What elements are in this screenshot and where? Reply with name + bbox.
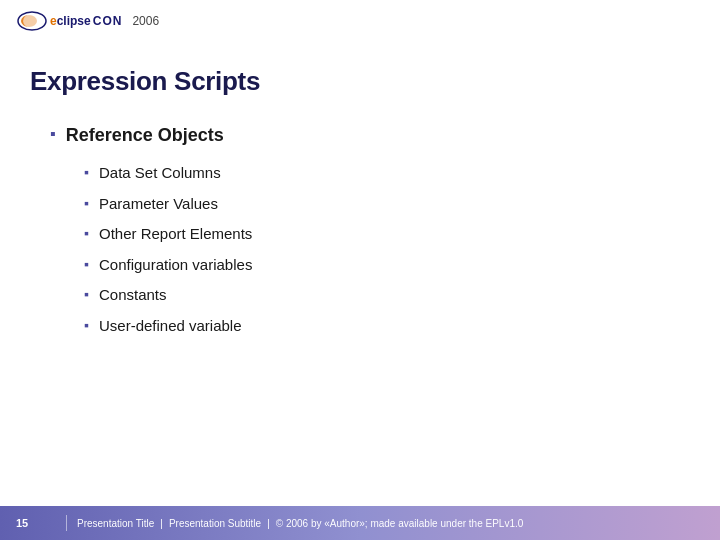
svg-point-2 — [23, 14, 41, 28]
footer-sep1: | — [160, 518, 163, 529]
bullet-marker-l2-1: ▪ — [84, 162, 89, 183]
logo-year: 2006 — [132, 14, 159, 28]
sub-bullets-list: ▪ Data Set Columns ▪ Parameter Values ▪ … — [30, 162, 680, 337]
bullet-marker-l2-2: ▪ — [84, 193, 89, 214]
bullet-text-parameters: Parameter Values — [99, 193, 218, 216]
list-item: ▪ Parameter Values — [84, 193, 680, 216]
footer: 15 Presentation Title | Presentation Sub… — [0, 506, 720, 540]
footer-presentation-title: Presentation Title — [77, 518, 154, 529]
bullet-level1-reference-objects: ▪ Reference Objects — [30, 123, 680, 148]
bullet-marker-l1: ▪ — [50, 123, 56, 145]
header: eclipse CON 2006 — [0, 0, 720, 42]
logo-wordmark: eclipse — [50, 14, 91, 28]
bullet-marker-l2-4: ▪ — [84, 254, 89, 275]
list-item: ▪ Other Report Elements — [84, 223, 680, 246]
slide-content: Expression Scripts ▪ Reference Objects ▪… — [0, 42, 720, 365]
list-item: ▪ Data Set Columns — [84, 162, 680, 185]
footer-text: Presentation Title | Presentation Subtit… — [77, 518, 523, 529]
bullet-text-reference-objects: Reference Objects — [66, 123, 224, 148]
footer-divider-1 — [66, 515, 67, 531]
footer-sep2: | — [267, 518, 270, 529]
footer-copyright: © 2006 by «Author»; made available under… — [276, 518, 524, 529]
bullet-text-constants: Constants — [99, 284, 167, 307]
list-item: ▪ User-defined variable — [84, 315, 680, 338]
logo-con: CON — [93, 14, 123, 28]
list-item: ▪ Constants — [84, 284, 680, 307]
logo-area: eclipse CON 2006 — [16, 10, 159, 32]
eclipse-logo-icon — [16, 10, 48, 32]
bullet-text-datasets: Data Set Columns — [99, 162, 221, 185]
bullet-marker-l2-6: ▪ — [84, 315, 89, 336]
bullet-text-other-report: Other Report Elements — [99, 223, 252, 246]
bullet-text-config: Configuration variables — [99, 254, 252, 277]
bullet-marker-l2-3: ▪ — [84, 223, 89, 244]
list-item: ▪ Configuration variables — [84, 254, 680, 277]
footer-presentation-subtitle: Presentation Subtitle — [169, 518, 261, 529]
footer-page-number: 15 — [16, 517, 36, 529]
bullet-marker-l2-5: ▪ — [84, 284, 89, 305]
bullet-text-user-defined: User-defined variable — [99, 315, 242, 338]
slide-title: Expression Scripts — [30, 66, 680, 97]
